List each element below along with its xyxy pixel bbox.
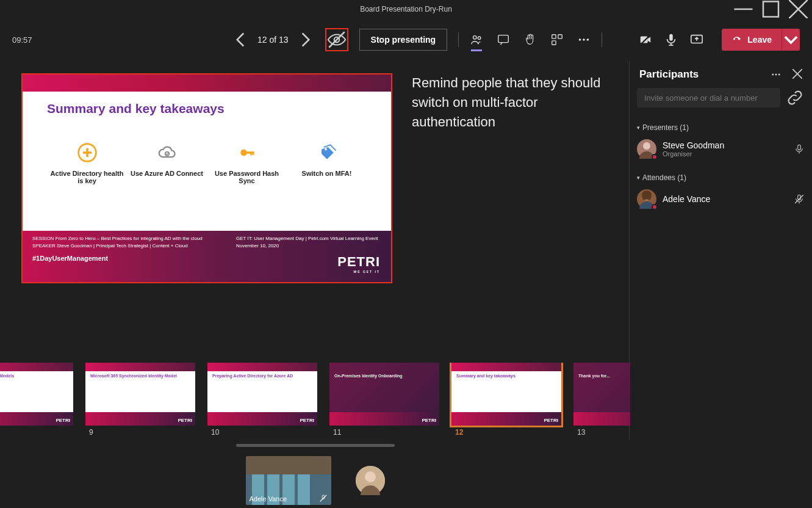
share-screen-icon[interactable]	[690, 33, 703, 46]
breakout-rooms-icon[interactable]	[550, 33, 564, 46]
title-bar: Board Presentation Dry-Run	[0, 0, 812, 18]
participant-name: Steve Goodman	[663, 140, 788, 150]
slide-title: Summary and key takeaways	[23, 92, 391, 116]
slide-footer-event: GET IT: User Management Day | Petri.com …	[236, 236, 378, 241]
toolbar-center-icons	[470, 33, 591, 46]
participant-row[interactable]: Steve Goodman Organiser	[637, 136, 805, 162]
current-slide[interactable]: Summary and key takeaways Active Directo…	[21, 73, 392, 283]
microphone-muted-icon	[319, 494, 328, 503]
invite-input[interactable]	[637, 88, 780, 107]
svg-rect-4	[498, 35, 509, 43]
slide-item-label: Use Password Hash Sync	[210, 170, 284, 184]
svg-point-3	[478, 37, 481, 40]
thumbnail-number: 11	[329, 428, 439, 437]
meeting-toolbar: 09:57 12 of 13 Stop presenting	[0, 18, 812, 61]
divider	[602, 32, 602, 47]
participants-panel: Participants Presenters (1)	[629, 61, 812, 440]
svg-rect-6	[558, 35, 562, 38]
window-title: Board Presentation Dry-Run	[360, 5, 452, 13]
slide-footer-hashtag: #1DayUserManagement	[32, 255, 381, 262]
video-strip: Adele Vance	[0, 453, 630, 508]
svg-rect-7	[552, 41, 556, 45]
slide-item-label: Switch on MFA!	[290, 170, 364, 177]
self-avatar[interactable]	[356, 466, 385, 495]
minimize-button[interactable]	[730, 0, 757, 18]
thumbnail-number: 13	[573, 428, 630, 437]
microphone-muted-icon[interactable]	[794, 194, 805, 205]
svg-rect-33	[246, 456, 331, 474]
maximize-button[interactable]	[757, 0, 785, 18]
participant-role: Organiser	[663, 150, 788, 158]
private-view-toggle-icon[interactable]	[325, 28, 348, 51]
thumbnail-number: 12	[451, 428, 561, 437]
svg-point-21	[772, 74, 774, 76]
tag-icon	[290, 142, 364, 164]
stop-presenting-button[interactable]: Stop presenting	[359, 29, 448, 51]
svg-point-22	[775, 74, 777, 76]
slide-thumbnail[interactable]: Preparing Active Directory for Azure AD …	[207, 363, 317, 437]
svg-point-24	[643, 142, 650, 150]
leave-button[interactable]: Leave	[722, 29, 800, 51]
more-actions-icon[interactable]	[577, 33, 591, 46]
microphone-icon[interactable]	[794, 143, 805, 154]
svg-point-20	[325, 148, 327, 151]
meeting-timer: 09:57	[12, 35, 61, 45]
participant-name: Adele Vance	[663, 194, 788, 204]
svg-rect-0	[763, 2, 778, 17]
svg-point-23	[778, 74, 780, 76]
slide-footer-date: November 10, 2020	[236, 243, 378, 249]
slide-thumbnail[interactable]: Thank you for... PETRI 13	[573, 363, 630, 437]
attendees-header[interactable]: Attendees (1)	[637, 170, 805, 186]
brand-logo: PETRI WE GET IT	[337, 254, 380, 274]
thumbnail-strip: onized Identity Models PETRI Microsoft 3…	[0, 363, 630, 447]
close-button[interactable]	[785, 0, 812, 18]
leave-label: Leave	[747, 35, 772, 45]
people-icon[interactable]	[470, 33, 483, 46]
slide-counter: 12 of 13	[257, 35, 289, 45]
slide-item-label: Use Azure AD Connect	[131, 170, 204, 177]
health-cross-icon	[51, 142, 124, 164]
svg-point-10	[587, 38, 589, 41]
slide-thumbnail[interactable]: Microsoft 365 Synchronized Identity Mode…	[85, 363, 195, 437]
svg-rect-25	[798, 145, 801, 150]
svg-rect-5	[552, 35, 556, 38]
slide-thumbnail[interactable]: onized Identity Models PETRI	[0, 363, 73, 437]
slide-thumbnail[interactable]: Summary and key takeaways PETRI 12	[451, 363, 561, 437]
slide-item-label: Active Directory health is key	[51, 170, 124, 184]
slide-navigation: 12 of 13	[232, 31, 314, 48]
key-icon	[210, 142, 284, 164]
slide-thumbnail[interactable]: On-Premises Identity Onboarding PETRI 11	[329, 363, 439, 437]
close-panel-icon[interactable]	[792, 69, 802, 79]
svg-rect-32	[298, 474, 310, 505]
svg-point-36	[365, 471, 376, 482]
raise-hand-icon[interactable]	[523, 33, 537, 46]
avatar	[637, 139, 656, 159]
microphone-icon[interactable]	[664, 33, 678, 46]
participants-title: Participants	[639, 68, 699, 81]
svg-point-8	[579, 38, 581, 41]
svg-point-2	[473, 36, 477, 40]
participant-video-tile[interactable]: Adele Vance	[246, 456, 331, 505]
avatar	[637, 189, 656, 209]
previous-slide-button[interactable]	[232, 31, 249, 48]
svg-rect-18	[250, 151, 252, 155]
svg-point-9	[583, 38, 585, 41]
leave-dropdown-icon[interactable]	[781, 29, 800, 51]
cloud-icon	[131, 142, 204, 164]
camera-off-icon[interactable]	[639, 33, 652, 46]
next-slide-button[interactable]	[297, 31, 314, 48]
more-options-icon[interactable]	[771, 69, 781, 80]
participant-row[interactable]: Adele Vance	[637, 186, 805, 212]
thumbnail-number: 9	[85, 428, 195, 437]
share-link-icon[interactable]	[785, 88, 805, 107]
video-tile-name: Adele Vance	[250, 495, 287, 503]
divider	[458, 32, 459, 47]
window-controls	[730, 0, 812, 18]
presenters-header[interactable]: Presenters (1)	[637, 120, 805, 136]
svg-rect-19	[253, 151, 254, 154]
thumbnail-scrollbar[interactable]	[236, 444, 395, 447]
chat-icon[interactable]	[497, 33, 510, 46]
svg-rect-17	[246, 151, 254, 154]
svg-rect-12	[670, 34, 674, 41]
thumbnail-number: 10	[207, 428, 317, 437]
